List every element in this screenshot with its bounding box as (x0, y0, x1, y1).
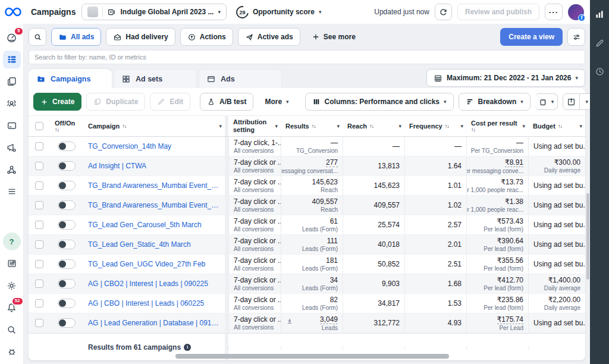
row-checkbox[interactable] (35, 319, 43, 327)
row-checkbox[interactable] (35, 221, 43, 229)
more-options-button[interactable]: ··· (545, 4, 563, 20)
avatar[interactable]: f (568, 4, 584, 20)
sidebar-item-campaigns[interactable] (3, 51, 21, 68)
campaign-link[interactable]: TG_Lead Gen_Carousel_5th March (88, 221, 220, 229)
search-nav-icon[interactable] (3, 321, 21, 338)
campaign-toggle[interactable] (58, 259, 76, 269)
campaign-link[interactable]: AG | CBO2 | Interest | Leads | 090225 (88, 280, 220, 288)
tab-ads[interactable]: Ads (199, 69, 282, 88)
help-button[interactable]: ? (3, 233, 21, 250)
filter-had-delivery[interactable]: Had delivery (106, 28, 175, 46)
row-checkbox[interactable] (35, 260, 43, 268)
campaign-toggle[interactable] (58, 220, 76, 230)
reports-button[interactable]: ▾ (535, 93, 558, 110)
notifications-bell-icon[interactable]: 52 (3, 299, 21, 316)
history-clock-icon[interactable] (592, 64, 607, 79)
campaign-link[interactable]: TG_Brand Awareness_Mumbai Event_7th Ma..… (88, 181, 220, 190)
search-bar (24, 46, 590, 64)
campaign-link[interactable]: Ad Insight | CTWA (88, 162, 220, 170)
horizontal-scrollbar[interactable] (33, 354, 580, 359)
column-header-attribution[interactable]: Attribution setting▾ (228, 117, 281, 134)
edit-button[interactable]: Edit (150, 93, 190, 111)
campaign-link[interactable]: TG_Lead Gen_Static_4th March (88, 240, 220, 249)
chevron-down-icon: ▾ (579, 123, 582, 129)
charts-panel-icon[interactable] (592, 7, 607, 21)
refresh-button[interactable] (435, 4, 452, 20)
table-row: TG_Brand Awareness_Mumbai Event_7th Ma..… (29, 196, 585, 215)
campaign-toggle[interactable] (58, 240, 76, 249)
campaign-link[interactable]: TG_Lead Gen_UGC Video_27th Feb (88, 260, 220, 268)
search-input[interactable] (29, 50, 585, 64)
ab-test-button[interactable]: A/B test (200, 93, 253, 111)
all-tools-menu-icon[interactable] (3, 183, 21, 200)
column-header-results[interactable]: Results↑↓▾ (281, 121, 343, 131)
create-button[interactable]: Create (33, 93, 81, 111)
column-header-cost-per-result[interactable]: Cost per result↑↓▾ (466, 118, 528, 134)
column-header-off-on[interactable]: Off/On↑↓ (50, 118, 83, 134)
filter-search-button[interactable] (29, 28, 46, 46)
row-checkbox[interactable] (35, 181, 43, 190)
horizontal-scrollbar-thumb[interactable] (175, 354, 449, 359)
campaign-link[interactable]: AG | CBO | Interest | Leads | 060225 (88, 299, 220, 307)
duplicate-icon (93, 98, 102, 106)
campaign-toggle[interactable] (58, 142, 76, 151)
settings-gear-icon[interactable] (3, 277, 21, 294)
edit-panel-pencil-icon[interactable] (592, 36, 607, 50)
campaign-link[interactable]: TG_Conversion_14th May (88, 142, 220, 150)
sidebar-item-pages[interactable] (3, 73, 21, 90)
view-settings-sliders-icon[interactable] (567, 28, 585, 46)
column-header-frequency[interactable]: Frequency↑↓▾ (404, 121, 466, 131)
see-more-button[interactable]: See more (305, 28, 362, 46)
frequency-value: 1.68 (448, 280, 462, 288)
row-checkbox[interactable] (35, 299, 43, 307)
updates-news-icon[interactable] (3, 255, 21, 272)
tab-ad-sets[interactable]: Ad sets (114, 69, 197, 88)
row-checkbox[interactable] (35, 162, 43, 170)
more-menu-button[interactable]: More ▾ (258, 93, 295, 111)
columns-button[interactable]: Columns: Performance and clicks ▾ (305, 93, 454, 111)
sidebar-item-overview[interactable]: 5 (3, 29, 21, 46)
tab-campaigns[interactable]: Campaigns (29, 69, 112, 88)
campaign-toggle[interactable] (58, 161, 76, 171)
column-header-reach[interactable]: Reach↑↓▾ (343, 121, 404, 131)
sidebar-item-assets[interactable] (3, 161, 21, 178)
breakdown-button[interactable]: Breakdown ▾ (459, 93, 530, 111)
meta-logo-icon[interactable] (5, 7, 21, 17)
chevron-down-icon: ▾ (275, 123, 278, 129)
select-all-checkbox[interactable] (35, 122, 43, 130)
filter-active-ads[interactable]: Active ads (238, 28, 300, 46)
sidebar-item-audiences[interactable] (3, 95, 21, 112)
campaign-toggle[interactable] (58, 318, 76, 328)
campaign-toggle[interactable] (58, 181, 76, 190)
info-icon[interactable]: i (184, 344, 191, 351)
campaign-toggle[interactable] (58, 200, 76, 210)
review-and-publish-button[interactable]: Review and publish (457, 4, 539, 20)
date-range-selector[interactable]: Maximum: 21 Dec 2022 - 21 Jan 2026 ▾ (426, 69, 585, 87)
opportunity-score[interactable]: 29 Opportunity score ▾ (236, 6, 322, 18)
row-checkbox[interactable] (35, 201, 43, 209)
sidebar-item-billing[interactable] (3, 117, 21, 134)
row-checkbox[interactable] (35, 142, 43, 150)
filter-actions[interactable]: Actions (180, 28, 233, 46)
attribution-setting: 7-day click or ... (234, 178, 276, 186)
filter-all-ads[interactable]: All ads (51, 28, 101, 46)
campaign-toggle[interactable] (58, 279, 76, 288)
frequency-value: 2.51 (448, 260, 462, 268)
account-selector[interactable]: Indulge Global April 2023 ... ▾ (81, 4, 226, 20)
column-header-campaign[interactable]: Campaign↑↓▾ (83, 121, 225, 131)
duplicate-button[interactable]: Duplicate (86, 93, 145, 111)
sidebar-item-ads-settings[interactable] (3, 139, 21, 156)
attribution-sub: All conversions (234, 324, 276, 331)
column-header-budget[interactable]: Budget↑↓▾ (528, 121, 585, 131)
vertical-scrollbar-thumb[interactable] (586, 193, 589, 280)
create-a-view-button[interactable]: Create a view (500, 28, 563, 46)
report-bug-icon[interactable] (3, 343, 21, 360)
export-button[interactable] (563, 93, 580, 110)
row-checkbox[interactable] (35, 240, 43, 249)
campaign-link[interactable]: TG_Brand Awareness_Mumbai Event_7th Ma..… (88, 201, 220, 209)
campaign-toggle[interactable] (58, 299, 76, 308)
campaign-link[interactable]: AG | Lead Generation | Database | 091024 (88, 319, 220, 327)
download-icon[interactable] (286, 318, 293, 325)
row-checkbox[interactable] (35, 280, 43, 288)
cost-sub: Per lead (form) (484, 226, 523, 233)
